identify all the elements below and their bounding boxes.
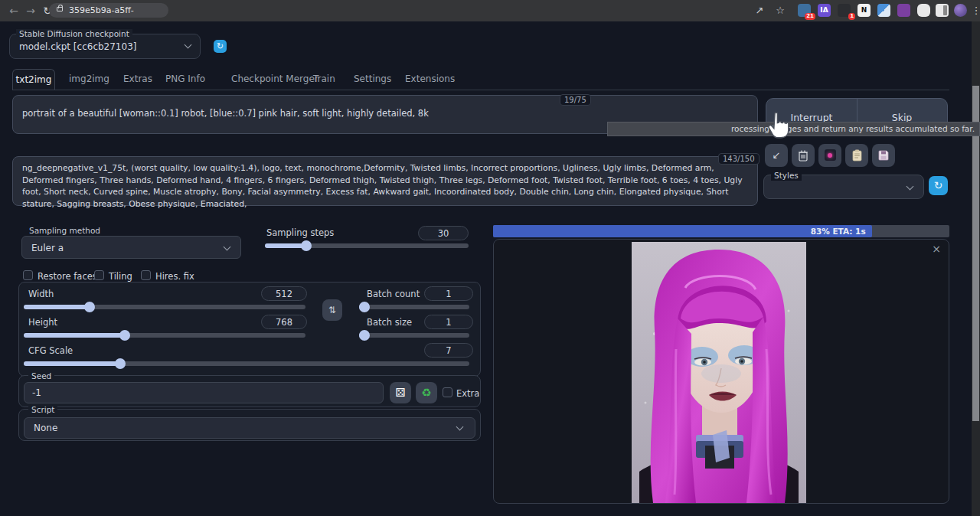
forward-icon[interactable]: → [23,3,38,18]
dice-icon: ⚄ [395,386,405,400]
kebab-menu-icon[interactable]: ⋮ [969,4,980,18]
width-label: Width [28,289,54,299]
tab-settings[interactable]: Settings [354,69,391,90]
extension-ia-icon[interactable]: IA [818,4,831,17]
chevron-down-icon [224,243,231,251]
tab-divider [12,90,949,90]
seed-block: Seed -1 ⚄ ♻ Extra [18,375,481,407]
slider-handle[interactable] [359,302,370,312]
browser-toolbar: ← → ↻ 359e5b9a-a5ff-4216.gradio.live ↗ ☆… [0,0,980,21]
height-slider[interactable] [24,333,305,338]
height-input[interactable]: 768 [261,315,307,329]
seed-value: -1 [32,387,41,398]
extension-icon-1[interactable]: 21 [798,4,811,17]
width-input[interactable]: 512 [261,286,307,301]
height-label: Height [28,317,57,328]
restore-faces-label: Restore faces [38,271,97,282]
puzzle-extensions-icon[interactable] [917,4,930,17]
recycle-icon: ♻ [421,386,431,400]
lock-icon [57,7,63,11]
tiling-label: Tiling [109,271,132,282]
slider-handle[interactable] [119,330,130,341]
bookmark-star-icon[interactable]: ☆ [773,4,787,18]
slider-fill [24,361,120,366]
sidebar-toggle-icon[interactable] [936,4,949,17]
progress-fill: 83% ETA: 1s [493,225,872,237]
width-slider[interactable] [24,305,305,309]
slider-fill [265,243,306,248]
paste-params-button[interactable]: ↙ [765,144,788,167]
card-icon [825,149,836,161]
image-extension-icon[interactable] [877,4,890,17]
sampling-steps-input[interactable]: 30 [418,226,469,240]
styles-refresh-button[interactable]: ↻ [929,176,948,195]
tiling-checkbox[interactable] [94,270,104,280]
address-bar[interactable]: 359e5b9a-a5ff-4216.gradio.live [49,3,168,18]
slider-handle[interactable] [359,330,370,341]
apply-style-button[interactable] [845,144,868,167]
extra-networks-button[interactable] [818,144,841,167]
back-icon[interactable]: ← [6,3,21,18]
seed-input[interactable]: -1 [24,382,384,403]
sampling-method-dropdown[interactable]: Euler a [21,236,241,259]
swap-dimensions-button[interactable]: ⇅ [322,299,342,321]
checkpoint-block: Stable Diffusion checkpoint model.ckpt [… [9,34,201,59]
extension-icon-2[interactable]: 1 [838,4,851,17]
tab-img2img[interactable]: img2img [69,69,109,90]
purple-extension-icon[interactable] [897,4,910,17]
batch-size-label: Batch size [367,317,412,328]
slider-handle[interactable] [84,302,95,312]
checkpoint-dropdown[interactable]: model.ckpt [cc6cb27103] [19,41,136,52]
batch-size-slider[interactable] [359,333,469,338]
slider-handle[interactable] [115,358,126,369]
batch-count-label: Batch count [367,289,420,299]
checkpoint-label: Stable Diffusion checkpoint [16,29,132,39]
sampling-steps-slider[interactable] [265,243,469,248]
batch-count-slider[interactable] [359,305,469,309]
reuse-seed-button[interactable]: ♻ [416,382,437,403]
notion-extension-icon[interactable]: N [858,4,871,17]
tab-extensions[interactable]: Extensions [405,69,455,90]
clear-prompt-button[interactable] [792,144,815,167]
generated-image[interactable] [632,242,806,503]
hires-fix-label: Hires. fix [155,271,194,282]
interrupt-tooltip: rocessing images and return any results … [607,122,980,136]
negative-prompt-textarea[interactable]: ng_deepnegative_v1_75t, (worst quality, … [12,156,758,206]
hand-cursor [766,110,792,141]
sampling-steps-label: Sampling steps [266,227,334,238]
cfg-scale-label: CFG Scale [28,345,73,356]
slider-fill [24,333,125,338]
save-style-button[interactable] [872,144,895,167]
batch-size-input[interactable]: 1 [424,315,473,329]
tab-png-info[interactable]: PNG Info [165,69,205,90]
sampling-method-value: Euler a [31,243,64,253]
styles-label: Styles [771,171,802,181]
share-icon[interactable]: ↗ [753,4,766,18]
tab-checkpoint-merger[interactable]: Checkpoint Merger [231,69,318,90]
script-dropdown[interactable]: None [24,417,475,439]
hires-fix-checkbox[interactable] [141,270,151,280]
slider-handle[interactable] [301,240,312,251]
close-icon[interactable]: × [932,243,941,255]
restore-faces-checkbox[interactable] [23,270,33,280]
cfg-scale-input[interactable]: 7 [424,343,473,358]
profile-avatar[interactable] [954,4,967,17]
tab-extras[interactable]: Extras [123,69,152,90]
tab-txt2img[interactable]: txt2img [12,69,55,90]
extra-seed-checkbox[interactable] [443,387,452,397]
random-seed-button[interactable]: ⚄ [390,382,411,403]
slider-fill [24,305,90,309]
cfg-scale-slider[interactable] [24,361,469,366]
sampling-method-block: Sampling method Euler a [18,227,244,263]
extension-badge-1: 21 [805,13,815,20]
page-scrollbar[interactable] [972,21,980,516]
trash-icon [798,149,808,162]
script-value: None [34,423,57,433]
chevron-down-icon[interactable] [185,41,192,49]
sidebar-glyph [943,5,947,15]
tab-train[interactable]: Train [313,69,335,90]
checkpoint-refresh-button[interactable]: ↻ [214,40,227,53]
batch-count-input[interactable]: 1 [424,286,473,301]
extension-badge-2: 1 [848,13,855,20]
swap-icon: ⇅ [328,305,336,315]
